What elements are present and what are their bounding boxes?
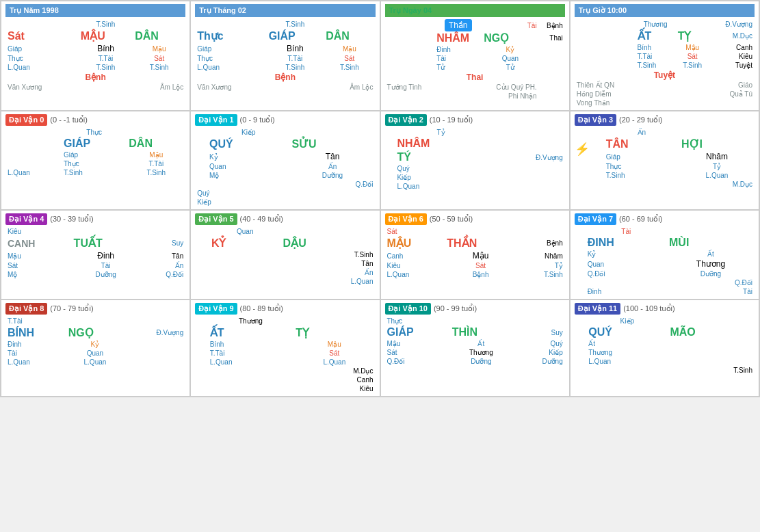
dv9-mau: Mậu	[293, 340, 375, 349]
dv9-canh: Canh	[293, 375, 375, 384]
dv10-giap: GIÁP	[385, 325, 450, 339]
dv6-lquan: L.Quan	[385, 270, 445, 279]
dv2-ty: Tỷ	[395, 128, 486, 137]
tsinh-g2: T.Sinh	[676, 61, 709, 70]
dv6-ty: Tỷ	[516, 261, 565, 270]
canh-g: Canh	[709, 43, 755, 52]
dv4-suy: Suy	[140, 236, 186, 250]
tuong-tinh: Tướng Tinh	[385, 83, 435, 92]
dv11-mao: MÃO	[668, 325, 755, 339]
mduc-g: M.Dục	[709, 29, 755, 43]
dv10-duong2: Dưỡng	[512, 357, 565, 366]
dv6-sat: Sát	[385, 227, 445, 236]
dv11-lquan: L.Quan	[586, 357, 668, 366]
dv3-hoi: HỢI	[679, 137, 755, 151]
ttai-1: T.Tài	[79, 54, 133, 63]
dinh-n: Đinh	[434, 45, 482, 54]
dv1-quan: Quan	[207, 162, 289, 171]
dv8-tai: Tài	[5, 349, 66, 358]
ngo-n: NGỌ	[482, 31, 538, 45]
dv2-header: Đại Vận 2	[385, 114, 427, 126]
dv8-header: Đại Vận 8	[5, 303, 47, 315]
dv4-age: (30 - 39 tuổi)	[50, 215, 93, 224]
dv7-thuong: Thương	[667, 258, 755, 269]
dv9-binh: Bính	[208, 340, 293, 349]
dv0-dan: DÂN	[127, 137, 185, 150]
giap-t: GIÁP	[267, 29, 324, 43]
dv6-age: (50 - 59 tuổi)	[430, 215, 473, 224]
dv4-header: Đại Vận 4	[5, 213, 47, 225]
dv0-thuc2: Thực	[62, 159, 127, 168]
lquan-t: L.Quan	[195, 63, 266, 72]
tai-n2: Tài	[434, 54, 482, 63]
dv7-dinh: ĐINH	[586, 236, 667, 250]
than-badge: Thần	[434, 20, 482, 31]
mau-t: Mậu	[324, 43, 375, 54]
mau-s: Mậu	[133, 43, 185, 54]
tsin-label-t: T.Sinh	[267, 20, 324, 29]
dv4-duong: Dưỡng	[72, 270, 140, 279]
benh-t: Bệnh	[195, 72, 375, 83]
dv1-qdoi: Q.Đối	[195, 180, 375, 189]
dai-van-7: Đại Vận 7 (60 - 69 tuổi) Tài ĐINH MÙI Kỷ…	[571, 211, 759, 299]
dv7-duong: Dưỡng	[667, 269, 755, 278]
dai-van-5: Đại Vận 5 (40 - 49 tuổi) Quan KỶ DẬU T.S…	[191, 211, 379, 299]
thuc-1: Thực	[5, 54, 79, 63]
tsinh-1b: T.Sinh	[133, 63, 185, 72]
dv7-qdoi2: Q.Đối	[575, 278, 755, 287]
than-span: Thần	[445, 19, 472, 31]
sat-g: Sát	[676, 52, 709, 61]
tru-nam-header: Trụ Năm 1998	[5, 4, 185, 17]
sat-t: Sát	[324, 54, 375, 63]
dv9-thuong: Thương	[208, 317, 293, 325]
dv9-at: ẤT	[208, 325, 293, 340]
dv11-header: Đại Vận 11	[575, 303, 620, 315]
tuyet-g: Tuyệt	[709, 61, 755, 70]
dv7-age: (60 - 69 tuổi)	[619, 215, 662, 224]
dv9-mduc: M.Dục	[293, 367, 375, 375]
am-loc-t: Âm Lộc	[324, 83, 375, 92]
dv10-duong: Dưỡng	[450, 357, 512, 366]
dv10-quy: Quý	[512, 339, 565, 348]
dv11-at: Ất	[586, 339, 668, 348]
dv4-tuat: TUẤT	[72, 236, 140, 250]
dv2-ty2: TÝ	[395, 150, 486, 164]
dai-van-1: Đại Vận 1 (0 - 9 tuổi) Kiếp QUÝ SỬU Kỷ T…	[191, 111, 379, 209]
dv3-lquan: L.Quan	[679, 171, 755, 180]
dv8-ngo: NGỌ	[66, 325, 125, 340]
tsinh-t: T.Sinh	[267, 63, 324, 72]
dv7-header: Đại Vận 7	[575, 213, 616, 225]
dv11-quy: QUÝ	[586, 325, 668, 339]
dv3-mduc: M.Dục	[679, 180, 755, 189]
dv3-an: Ấn	[604, 128, 679, 137]
tu-n2: Tử	[482, 63, 538, 72]
dv4-an: Ấn	[140, 261, 186, 270]
cuu-quy: Cửu Quý PH.	[482, 83, 538, 92]
dv4-canh: CANH	[5, 236, 72, 250]
thuc-t2: Thực	[195, 54, 266, 63]
nham-n: NHÂM	[434, 31, 482, 45]
dv3-tsinh: T.Sinh	[604, 171, 679, 180]
dv10-header: Đại Vận 10	[385, 303, 431, 315]
binh-1: Bính	[79, 43, 133, 54]
dv11-age: (100 - 109 tuổi)	[623, 304, 674, 313]
dv2-nham: NHÂM	[395, 137, 486, 150]
giap-1: Giáp	[5, 43, 79, 54]
am-loc-1: Âm Lộc	[133, 83, 185, 92]
tru-ngay-header: Trụ Ngày 04	[385, 4, 565, 17]
dv3-giap: Giáp	[604, 151, 679, 162]
dai-van-10: Đại Vận 10 (90 - 99 tuổi) Thực GIÁP THÌN…	[381, 300, 569, 396]
dv11-tsinh: T.Sinh	[668, 366, 755, 375]
dan-label: DÂN	[133, 29, 185, 43]
phi-nhan: Phi Nhận	[482, 92, 538, 101]
dv4-tai: Tài	[72, 261, 140, 270]
dv10-suy: Suy	[512, 325, 565, 339]
dv9-lquan2: L.Quan	[293, 358, 375, 367]
dv11-kiep: Kiếp	[586, 317, 668, 325]
dv0-tsinh2: T.Sinh	[127, 168, 185, 177]
dai-van-4: Đại Vận 4 (30 - 39 tuổi) Kiêu CANH TUẤT …	[1, 211, 189, 299]
dv9-age: (80 - 89 tuổi)	[240, 304, 283, 313]
dv0-thuc: Thực	[62, 128, 127, 137]
dv6-mau2: Mậu	[445, 250, 516, 261]
dv5-ky: KỶ	[209, 236, 281, 250]
